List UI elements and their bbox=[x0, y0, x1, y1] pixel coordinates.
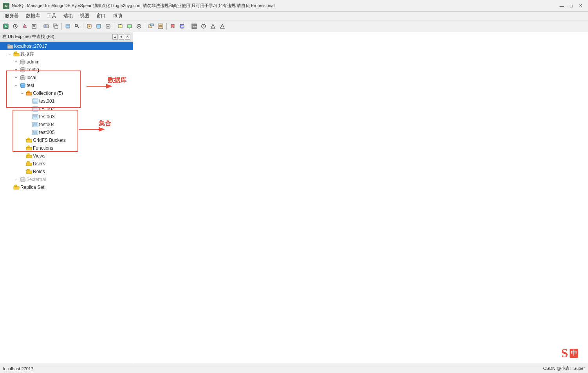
toolbar-btn-4[interactable] bbox=[30, 22, 38, 31]
db-explorer-up[interactable]: ▲ bbox=[112, 34, 118, 40]
menu-item-数据库[interactable]: 数据库 bbox=[23, 12, 43, 20]
expand-collections[interactable]: − bbox=[20, 91, 25, 96]
databases-folder-icon bbox=[13, 51, 20, 57]
toolbar-btn-18[interactable]: W bbox=[178, 22, 186, 31]
svg-rect-23 bbox=[118, 25, 122, 28]
expand-external[interactable]: + bbox=[13, 177, 19, 182]
toolbar-btn-11[interactable] bbox=[104, 22, 112, 31]
logo-s: S bbox=[561, 347, 568, 359]
gridfs-folder-icon bbox=[26, 138, 32, 143]
svg-point-52 bbox=[20, 68, 25, 70]
maximize-button[interactable]: □ bbox=[567, 2, 575, 10]
db-explorer-down[interactable]: ▼ bbox=[119, 34, 124, 40]
menu-item-工具[interactable]: 工具 bbox=[44, 12, 60, 20]
svg-text:+: + bbox=[88, 25, 90, 28]
toolbar-sep-1 bbox=[40, 23, 40, 30]
toolbar-sep-5 bbox=[145, 23, 145, 30]
logo-zh: 中 bbox=[570, 349, 578, 358]
close-button[interactable]: ✕ bbox=[576, 2, 585, 10]
tree-item-test001[interactable]: test001 bbox=[0, 97, 133, 105]
toolbar-btn-20[interactable]: ? bbox=[199, 22, 208, 31]
test001-label: test001 bbox=[39, 98, 54, 104]
tree-item-functions[interactable]: Functions bbox=[0, 144, 133, 152]
tree-item-admin[interactable]: + admin bbox=[0, 58, 133, 66]
toolbar-sep-7 bbox=[188, 23, 188, 30]
svg-point-56 bbox=[20, 83, 25, 85]
tree-item-gridfs[interactable]: GridFS Buckets bbox=[0, 136, 133, 144]
views-label: Views bbox=[33, 153, 45, 159]
gridfs-label: GridFS Buckets bbox=[33, 138, 66, 143]
tree-item-test002[interactable]: test002 bbox=[0, 105, 133, 113]
admin-label: admin bbox=[27, 59, 40, 65]
svg-rect-32 bbox=[158, 24, 163, 29]
toolbar-btn-16[interactable] bbox=[156, 22, 165, 31]
tree-item-users[interactable]: Users bbox=[0, 160, 133, 168]
db-explorer-header: 在 DB Explorer 中查找 (F3) ▲ ▼ ✕ bbox=[0, 32, 133, 42]
tree-item-test003[interactable]: test003 bbox=[0, 113, 133, 121]
toolbar-btn-8[interactable] bbox=[73, 22, 81, 31]
toolbar-btn-15[interactable] bbox=[147, 22, 155, 31]
toolbar-btn-17[interactable] bbox=[168, 22, 177, 31]
tree-item-local[interactable]: + local bbox=[0, 74, 133, 81]
svg-rect-14 bbox=[66, 26, 70, 27]
tree-item-views[interactable]: Views bbox=[0, 152, 133, 160]
minimize-button[interactable]: — bbox=[557, 2, 566, 10]
toolbar-btn-1[interactable] bbox=[2, 22, 10, 31]
svg-text:W: W bbox=[181, 25, 184, 28]
menu-item-视图[interactable]: 视图 bbox=[77, 12, 92, 20]
svg-line-5 bbox=[15, 26, 16, 27]
test001-icon bbox=[32, 98, 38, 104]
local-db-icon bbox=[20, 75, 26, 80]
toolbar-btn-13[interactable] bbox=[125, 22, 134, 31]
tree-item-test004[interactable]: test004 bbox=[0, 121, 133, 129]
menu-item-服务器[interactable]: 服务器 bbox=[2, 12, 22, 20]
toolbar-btn-21[interactable] bbox=[209, 22, 217, 31]
toolbar-btn-3[interactable] bbox=[20, 22, 29, 31]
tree-item-collections[interactable]: − Collections (5) bbox=[0, 89, 133, 97]
toolbar-btn-5[interactable] bbox=[42, 22, 51, 31]
expand-test[interactable]: − bbox=[13, 83, 19, 88]
test005-label: test005 bbox=[39, 130, 54, 135]
expand-databases[interactable]: − bbox=[7, 51, 13, 57]
menu-item-窗口[interactable]: 窗口 bbox=[93, 12, 109, 20]
test002-label: test002 bbox=[39, 106, 54, 112]
expand-root[interactable]: − bbox=[1, 43, 6, 49]
root-label: localhost:27017 bbox=[14, 43, 47, 49]
tree-item-test[interactable]: − test bbox=[0, 81, 133, 89]
toolbar-btn-12[interactable] bbox=[116, 22, 124, 31]
menu-item-选项[interactable]: 选项 bbox=[60, 12, 76, 20]
expand-local[interactable]: + bbox=[13, 75, 19, 80]
tree-item-external[interactable]: + $external bbox=[0, 176, 133, 183]
menu-item-帮助[interactable]: 帮助 bbox=[110, 12, 125, 20]
toolbar-btn-10[interactable] bbox=[94, 22, 103, 31]
external-label: $external bbox=[27, 177, 46, 182]
tree-item-replicaset[interactable]: Replica Set bbox=[0, 183, 133, 191]
databases-label: 数据库 bbox=[20, 51, 34, 58]
tree-item-config[interactable]: + config bbox=[0, 66, 133, 74]
tree-item-databases[interactable]: − 数据库 bbox=[0, 50, 133, 58]
tree-item-roles[interactable]: Roles bbox=[0, 168, 133, 176]
toolbar-btn-22[interactable]: i bbox=[218, 22, 227, 31]
svg-rect-15 bbox=[66, 27, 70, 28]
app-icon: N bbox=[3, 3, 9, 9]
svg-rect-13 bbox=[66, 24, 70, 25]
svg-rect-31 bbox=[150, 24, 153, 26]
config-db-icon bbox=[20, 67, 26, 72]
toolbar-btn-19[interactable]: img bbox=[190, 22, 198, 31]
expand-admin[interactable]: + bbox=[13, 59, 19, 65]
svg-point-50 bbox=[20, 60, 25, 62]
svg-rect-25 bbox=[128, 25, 132, 28]
expand-config[interactable]: + bbox=[13, 67, 19, 72]
toolbar-btn-6[interactable] bbox=[51, 22, 60, 31]
toolbar-btn-14[interactable] bbox=[135, 22, 143, 31]
svg-marker-24 bbox=[119, 24, 121, 25]
db-explorer-close[interactable]: ✕ bbox=[125, 34, 130, 40]
toolbar-btn-2[interactable] bbox=[11, 22, 20, 31]
tree-container[interactable]: − localhost:27017 − 数据 bbox=[0, 42, 133, 364]
toolbar-btn-9[interactable]: + bbox=[85, 22, 94, 31]
tree-item-test005[interactable]: test005 bbox=[0, 129, 133, 136]
tree-item-root[interactable]: − localhost:27017 bbox=[0, 42, 133, 50]
status-text: localhost:27017 bbox=[3, 366, 33, 371]
svg-rect-20 bbox=[97, 24, 101, 28]
toolbar-btn-7[interactable] bbox=[63, 22, 72, 31]
